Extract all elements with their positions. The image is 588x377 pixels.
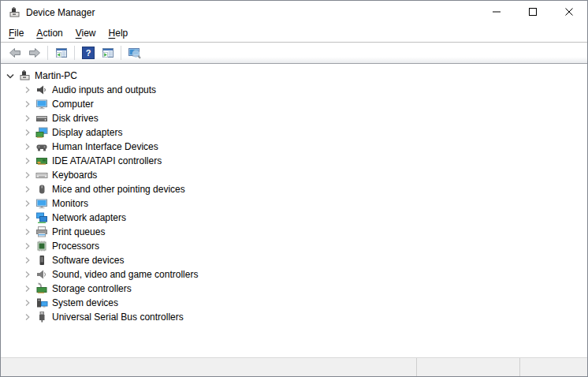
monitor-icon	[35, 197, 48, 210]
display-icon	[35, 126, 48, 139]
tree-item[interactable]: Processors	[21, 239, 587, 253]
chevron-right-icon[interactable]	[21, 126, 34, 139]
help-icon: ?	[82, 47, 95, 59]
tree-item[interactable]: Display adapters	[21, 125, 587, 140]
toolbar-separator	[121, 46, 121, 60]
keyboard-icon	[35, 169, 48, 181]
system-icon	[35, 297, 48, 309]
tree-item-label: Martin-PC	[35, 70, 77, 81]
chevron-right-icon[interactable]	[21, 268, 34, 281]
properties-button[interactable]	[98, 44, 117, 62]
chevron-down-icon[interactable]	[4, 69, 17, 82]
chevron-right-icon[interactable]	[21, 197, 34, 210]
computer-icon	[35, 98, 48, 110]
device-manager-window: Device Manager FileActionViewHelp ? Mart…	[0, 0, 588, 377]
chevron-right-icon[interactable]	[21, 84, 34, 96]
tree-item-label: IDE ATA/ATAPI controllers	[52, 155, 162, 166]
maximize-icon	[527, 6, 539, 21]
tree-item[interactable]: Audio inputs and outputs	[21, 83, 587, 97]
chevron-right-icon[interactable]	[21, 169, 34, 181]
tree-item[interactable]: Sound, video and game controllers	[21, 267, 587, 282]
tree-item[interactable]: System devices	[21, 296, 587, 310]
minimize-button[interactable]	[478, 1, 515, 24]
title-bar[interactable]: Device Manager	[1, 1, 587, 24]
chevron-right-icon[interactable]	[21, 297, 34, 309]
chevron-right-icon[interactable]	[21, 112, 34, 125]
tree-item-label: Keyboards	[52, 170, 97, 181]
tree-item-label: System devices	[52, 297, 118, 308]
chevron-right-icon[interactable]	[21, 211, 34, 224]
chevron-right-icon[interactable]	[21, 311, 34, 323]
tree-item-label: Processors	[52, 241, 99, 252]
help-button[interactable]: ?	[78, 44, 98, 62]
chevron-right-icon[interactable]	[21, 226, 34, 238]
chevron-right-icon[interactable]	[21, 240, 34, 252]
chevron-right-icon[interactable]	[21, 155, 34, 167]
back-arrow-icon	[9, 47, 21, 59]
storage-icon	[35, 282, 48, 295]
tree-item[interactable]: Computer	[21, 97, 587, 111]
tree-item-label: Software devices	[52, 255, 124, 266]
scan-icon	[128, 47, 141, 59]
tree-item-label: Storage controllers	[52, 283, 132, 294]
tree-item-label: Mice and other pointing devices	[52, 184, 185, 195]
tree-item[interactable]: Print queues	[21, 225, 587, 239]
hid-icon	[35, 140, 48, 153]
device-manager-icon	[8, 6, 20, 19]
tree-item[interactable]: Network adapters	[21, 211, 587, 225]
toolbar-separator	[74, 46, 75, 60]
tree-item[interactable]: Disk drives	[21, 111, 587, 125]
device-tree[interactable]: Martin-PCAudio inputs and outputsCompute…	[1, 64, 587, 357]
show-hide-console-tree-button[interactable]	[51, 44, 71, 62]
chevron-right-icon[interactable]	[21, 140, 34, 153]
ide-icon	[35, 155, 48, 167]
forward-arrow-icon	[28, 47, 41, 59]
window-title: Device Manager	[26, 7, 95, 18]
tree-item[interactable]: Monitors	[21, 196, 587, 211]
window-controls	[478, 1, 587, 24]
tree-item-label: Network adapters	[52, 212, 126, 223]
tree-item[interactable]: Keyboards	[21, 168, 587, 182]
software-icon	[35, 254, 48, 267]
tree-item-label: Disk drives	[52, 113, 99, 124]
forward-button[interactable]	[24, 44, 44, 62]
tree-item[interactable]: Storage controllers	[21, 282, 587, 296]
tree-item-label: Universal Serial Bus controllers	[52, 312, 184, 323]
console-tree-icon	[55, 47, 68, 59]
chevron-right-icon[interactable]	[21, 282, 34, 295]
chevron-right-icon[interactable]	[21, 254, 34, 267]
network-icon	[35, 211, 48, 224]
tree-item-label: Human Interface Devices	[52, 141, 158, 152]
tree-item-label: Monitors	[52, 198, 88, 209]
tree-item-label: Computer	[52, 99, 94, 110]
mouse-icon	[35, 183, 48, 196]
properties-icon	[102, 47, 114, 59]
close-button[interactable]	[551, 1, 587, 24]
disk-icon	[35, 112, 48, 125]
status-pane-middle	[416, 358, 519, 376]
tree-item[interactable]: Software devices	[21, 253, 587, 267]
usb-icon	[35, 311, 48, 323]
tree-root-item[interactable]: Martin-PC	[4, 69, 587, 83]
menu-item-file[interactable]: File	[2, 25, 30, 41]
tree-item-label: Audio inputs and outputs	[52, 84, 156, 95]
tree-item[interactable]: Universal Serial Bus controllers	[21, 310, 587, 324]
chevron-right-icon[interactable]	[21, 183, 34, 196]
tree-item[interactable]: Mice and other pointing devices	[21, 182, 587, 196]
toolbar-separator	[47, 46, 48, 60]
tree-item-label: Sound, video and game controllers	[52, 269, 198, 280]
maximize-button[interactable]	[515, 1, 551, 24]
minimize-icon	[490, 6, 503, 21]
tree-item[interactable]: Human Interface Devices	[21, 140, 587, 154]
back-button[interactable]	[5, 44, 24, 62]
tree-item-label: Print queues	[52, 226, 105, 237]
menu-item-help[interactable]: Help	[102, 25, 135, 41]
menu-item-action[interactable]: Action	[30, 25, 69, 41]
toolbar: ?	[1, 43, 587, 64]
menu-item-view[interactable]: View	[69, 25, 102, 41]
status-pane-main	[1, 358, 416, 376]
tree-item[interactable]: IDE ATA/ATAPI controllers	[21, 154, 587, 168]
scan-for-hardware-changes-button[interactable]	[125, 44, 144, 62]
processor-icon	[35, 240, 48, 252]
chevron-right-icon[interactable]	[21, 98, 34, 110]
